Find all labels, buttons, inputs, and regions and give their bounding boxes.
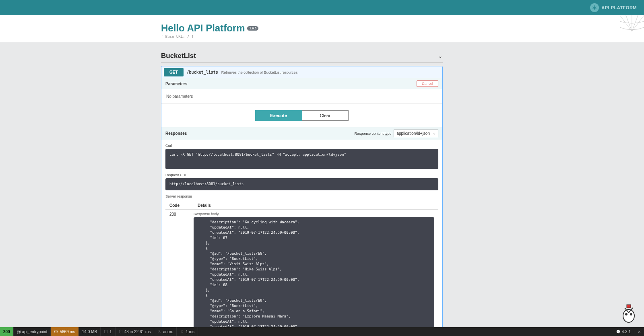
api-title: Hello API Platform 1.0.0 <box>161 23 443 34</box>
responses-heading: Responses <box>165 131 187 136</box>
operation-block-get-bucket-lists: GET /bucket_lists Retrieves the collecti… <box>161 66 443 336</box>
operation-summary[interactable]: GET /bucket_lists Retrieves the collecti… <box>161 66 442 78</box>
method-badge-get: GET <box>164 68 184 76</box>
debug-forms[interactable]: 1 <box>101 327 116 336</box>
top-teal-bar: API PLATFORM <box>0 0 644 15</box>
brand-spider-icon <box>590 3 599 12</box>
parameters-heading: Parameters <box>165 82 187 86</box>
symfony-debug-bar[interactable]: 200 @ api_entrypoint 5869 ms 14.0 MB 1 4… <box>0 327 644 336</box>
curl-command-block[interactable]: curl -X GET "http://localhost:8081/bucke… <box>165 149 438 169</box>
debug-db-queries[interactable]: 43 in 22.61 ms <box>116 327 155 336</box>
tag-name: BucketList <box>161 52 196 60</box>
action-buttons-row: Execute Clear <box>161 104 442 127</box>
response-body-block[interactable]: "description": "Go cycling with Waceera"… <box>194 217 434 336</box>
response-body-label: Response body <box>194 212 434 216</box>
details-column-header: Details <box>198 203 434 208</box>
responses-bar: Responses Response content type applicat… <box>161 127 442 140</box>
svg-point-2 <box>625 313 627 315</box>
brand-logo[interactable]: API PLATFORM <box>590 3 637 12</box>
chevron-down-icon: ⌄ <box>438 53 443 59</box>
svg-point-7 <box>119 330 122 331</box>
debug-user[interactable]: anon. <box>154 327 177 336</box>
response-row: 200 Response body "description": "Go cyc… <box>161 210 442 336</box>
curl-label: Curl <box>165 144 438 148</box>
white-header: Hello API Platform 1.0.0 [ Base URL: / ] <box>0 15 644 42</box>
mascot-icon <box>617 300 641 324</box>
server-response-label: Server response <box>165 194 438 198</box>
svg-point-3 <box>630 313 632 315</box>
debug-symfony-version[interactable]: S 4.3.1 <box>613 330 634 334</box>
content-type-select[interactable]: application/ld+json <box>394 130 438 137</box>
base-url-label: [ Base URL: / ] <box>161 35 443 39</box>
response-code: 200 <box>165 212 194 336</box>
cancel-button[interactable]: Cancel <box>417 80 438 87</box>
debug-twig[interactable]: 1 ms <box>177 327 198 336</box>
debug-time[interactable]: 5869 ms <box>51 327 78 336</box>
brand-text: API PLATFORM <box>601 5 637 10</box>
content-type-label: Response content type <box>354 132 391 136</box>
debug-route[interactable]: @ api_entrypoint <box>14 327 51 336</box>
svg-rect-4 <box>627 305 631 308</box>
debug-close-icon[interactable]: ✕ <box>634 330 644 334</box>
version-badge: 1.0.0 <box>247 26 258 31</box>
code-column-header: Code <box>169 203 198 208</box>
request-url-label: Request URL <box>165 173 438 177</box>
operation-path: /bucket_lists <box>187 70 218 74</box>
response-table-header: Code Details <box>165 201 438 210</box>
no-parameters-text: No parameters <box>161 89 442 104</box>
execute-button[interactable]: Execute <box>255 110 302 121</box>
tag-header-bucketlist[interactable]: BucketList ⌄ <box>161 50 443 63</box>
request-url-block[interactable]: http://localhost:8081/bucket_lists <box>165 178 438 190</box>
svg-rect-6 <box>105 330 107 333</box>
clear-button[interactable]: Clear <box>302 110 349 121</box>
operation-description: Retrieves the collection of BucketList r… <box>221 70 299 74</box>
svg-point-1 <box>623 309 634 322</box>
debug-memory[interactable]: 14.0 MB <box>79 327 101 336</box>
svg-point-0 <box>593 6 596 9</box>
svg-point-8 <box>159 330 160 332</box>
debug-status[interactable]: 200 <box>0 327 14 336</box>
parameters-bar: Parameters Cancel <box>161 78 442 89</box>
